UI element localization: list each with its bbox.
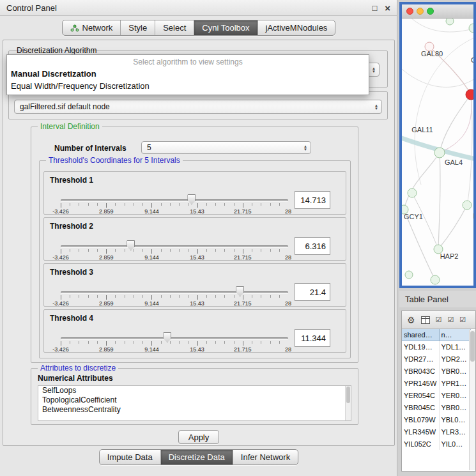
- table-cell[interactable]: YBL0…: [439, 413, 470, 426]
- table-row[interactable]: YER054CYER0…: [402, 389, 470, 401]
- select-none-checkbox-icon[interactable]: ☑: [447, 316, 454, 323]
- threshold-2-slider[interactable]: -3.4262.8599.14415.4321.71528: [61, 242, 288, 261]
- slider-scale-label: 21.715: [234, 300, 252, 307]
- table-cell[interactable]: YBL079W: [402, 413, 439, 426]
- number-of-intervals-select[interactable]: 5 ▲▼: [141, 141, 311, 154]
- threshold-3-slider[interactable]: -3.4262.8599.14415.4321.71528: [61, 288, 288, 307]
- network-node[interactable]: [446, 19, 454, 25]
- mac-minimize-icon[interactable]: [417, 8, 424, 15]
- window-title: Control Panel: [6, 3, 57, 13]
- list-item[interactable]: SelfLoops: [38, 386, 351, 395]
- list-item[interactable]: TopologicalCoefficient: [38, 395, 351, 405]
- popup-option-equal-width-frequency[interactable]: Equal Width/Frequency Discretization: [7, 80, 369, 92]
- tab-discretize-data[interactable]: Discretize Data: [160, 450, 233, 464]
- tab-impute-data[interactable]: Impute Data: [100, 450, 160, 464]
- table-data-section: Table Data galFiltered.sif default node …: [8, 91, 388, 119]
- mac-close-icon[interactable]: [406, 8, 413, 15]
- table-cell[interactable]: YBR0…: [439, 365, 470, 377]
- table-cell[interactable]: YBR045C: [402, 401, 439, 413]
- network-node-label: HAP2: [440, 252, 459, 260]
- tab-jactivemnodules[interactable]: jActiveMNodules: [257, 20, 335, 35]
- table-row[interactable]: YDL19…YDL1…: [402, 341, 470, 353]
- combo-arrows-icon: ▲▼: [374, 104, 378, 110]
- column-header-name[interactable]: n…: [439, 329, 470, 341]
- network-nodes-layer: GAL80GAGAL11GAL4GCY1HHAP2: [402, 19, 473, 284]
- slider-scale-label: -3.426: [52, 346, 69, 353]
- gear-icon[interactable]: ⚙: [407, 316, 415, 325]
- table-cell[interactable]: YDL19…: [402, 341, 439, 353]
- table-row[interactable]: YLR345WYLR3…: [402, 426, 470, 438]
- table-cell[interactable]: YLR345W: [402, 426, 439, 438]
- network-node[interactable]: [431, 275, 440, 284]
- table-cell[interactable]: YBR0…: [439, 401, 470, 413]
- slider-scale-label: 9.144: [144, 254, 159, 261]
- checkbox-icon[interactable]: ☑: [459, 316, 466, 323]
- network-canvas[interactable]: GAL80GAGAL11GAL4GCY1HHAP2: [402, 19, 473, 286]
- table-row[interactable]: YBR043CYBR0…: [402, 365, 470, 377]
- network-node-label: H: [473, 212, 473, 220]
- table-cell[interactable]: YER0…: [439, 389, 470, 401]
- table-cell[interactable]: YIL0…: [439, 438, 470, 450]
- slider-ticks: [61, 249, 288, 254]
- threshold-3-label: Threshold 3: [50, 268, 93, 277]
- threshold-2-label: Threshold 2: [50, 222, 93, 231]
- slider-scale-label: 2.859: [99, 300, 114, 307]
- table-panel-body: YDL19…YDL1…YDR27…YDR2…YBR043CYBR0…YPR145…: [402, 341, 470, 450]
- table-data-select[interactable]: galFiltered.sif default node ▲▼: [14, 100, 382, 114]
- float-window-icon[interactable]: □: [372, 3, 377, 13]
- list-item[interactable]: BetweennessCentrality: [38, 405, 351, 415]
- table-row[interactable]: YIL052CYIL0…: [402, 438, 470, 450]
- node-table: shared… n… YDL19…YDL1…YDR27…YDR2…YBR043C…: [402, 329, 471, 450]
- column-header-shared-name[interactable]: shared…: [402, 329, 439, 341]
- tab-select[interactable]: Select: [155, 20, 194, 35]
- columns-icon[interactable]: [421, 316, 430, 324]
- slider-scale-label: 21.715: [234, 208, 252, 215]
- threshold-4-value[interactable]: 11.344: [295, 329, 330, 347]
- tab-infer-network[interactable]: Infer Network: [233, 450, 298, 464]
- table-cell[interactable]: YER054C: [402, 389, 439, 401]
- threshold-1-value[interactable]: 14.713: [295, 191, 330, 209]
- table-cell[interactable]: YDL1…: [439, 341, 470, 353]
- table-cell[interactable]: YPR1…: [439, 377, 470, 389]
- network-node[interactable]: [405, 271, 413, 279]
- slider-scale-label: 28: [285, 346, 291, 353]
- table-cell[interactable]: YDR2…: [439, 353, 470, 365]
- tab-cyni-toolbox[interactable]: Cyni Toolbox: [194, 20, 257, 35]
- threshold-3-value[interactable]: 21.4: [295, 283, 330, 301]
- table-panel: ⚙ ☑ ☑ ☑ shared… n… YDL19…YDL1…YDR27…YDR2…: [401, 311, 476, 472]
- popup-option-manual-discretization[interactable]: Manual Discretization: [7, 68, 369, 80]
- table-cell[interactable]: YIL052C: [402, 438, 439, 450]
- table-row[interactable]: YBL079WYBL0…: [402, 413, 470, 426]
- slider-scale-label: 21.715: [234, 254, 252, 261]
- attributes-section: Attributes to discretize Numerical Attri…: [31, 368, 358, 425]
- algorithm-dropdown-popup: Select algorithm to view settings Manual…: [6, 54, 369, 95]
- apply-button[interactable]: Apply: [178, 430, 219, 444]
- mac-zoom-icon[interactable]: [427, 8, 434, 15]
- list-scrollbar[interactable]: [345, 386, 351, 420]
- slider-scale-label: 9.144: [144, 346, 159, 353]
- slider-scale-label: 9.144: [144, 208, 159, 215]
- network-node[interactable]: [469, 24, 473, 33]
- table-row[interactable]: YPR145WYPR1…: [402, 377, 470, 389]
- network-node[interactable]: [463, 201, 472, 210]
- table-cell[interactable]: YPR145W: [402, 377, 439, 389]
- slider-ticks: [61, 203, 288, 208]
- tab-network[interactable]: Network: [63, 20, 121, 35]
- network-node[interactable]: [434, 148, 445, 158]
- tab-network-label: Network: [82, 23, 113, 33]
- table-row[interactable]: YBR045CYBR0…: [402, 401, 470, 413]
- table-cell[interactable]: YBR043C: [402, 365, 439, 377]
- threshold-4-slider[interactable]: -3.4262.8599.14415.4321.71528: [61, 334, 288, 353]
- table-row[interactable]: YDR27…YDR2…: [402, 353, 470, 365]
- thresholds-title: Threshold's Coordinates for 5 Intervals: [46, 156, 183, 165]
- table-scrollbar[interactable]: [469, 330, 475, 470]
- select-all-checkbox-icon[interactable]: ☑: [436, 316, 442, 323]
- table-cell[interactable]: YDR27…: [402, 353, 439, 365]
- network-node[interactable]: [408, 188, 417, 197]
- tab-style[interactable]: Style: [120, 20, 155, 35]
- close-icon[interactable]: ×: [385, 3, 390, 13]
- table-cell[interactable]: YLR3…: [439, 426, 470, 438]
- network-node[interactable]: [466, 89, 473, 100]
- threshold-2-value[interactable]: 6.316: [295, 237, 330, 255]
- threshold-1-slider[interactable]: -3.4262.8599.14415.4321.71528: [61, 196, 288, 215]
